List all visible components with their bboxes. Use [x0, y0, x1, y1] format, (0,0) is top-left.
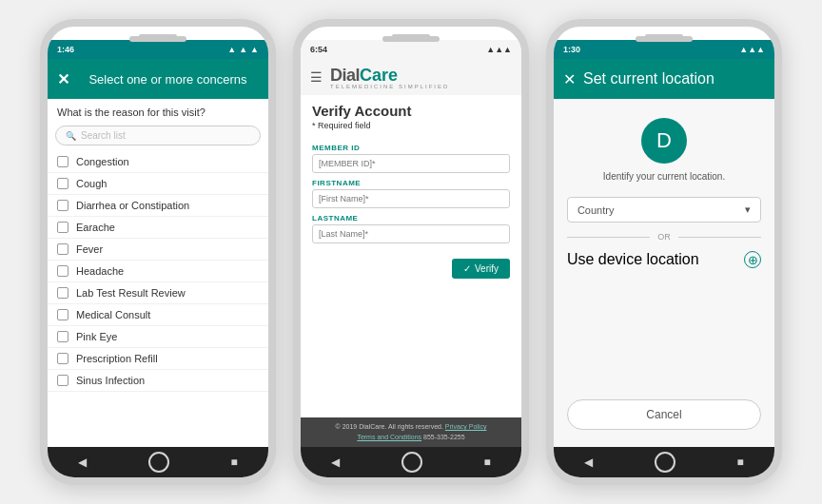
concern-label: Pink Eye — [76, 331, 117, 342]
avatar-letter: D — [656, 128, 672, 153]
concern-label: Medical Consult — [76, 309, 150, 320]
concern-item[interactable]: Cough — [48, 173, 268, 195]
concern-item[interactable]: Sinus Infection — [48, 370, 268, 392]
input-lastname[interactable] — [312, 224, 510, 243]
dialcare-body: Verify Account * Required field MEMBER I… — [301, 95, 521, 417]
checkbox[interactable] — [57, 287, 68, 299]
close-icon-3[interactable]: ✕ — [563, 70, 576, 88]
checkbox[interactable] — [57, 178, 68, 189]
status-time-3: 1:30 — [563, 45, 580, 54]
checkbox[interactable] — [57, 243, 68, 255]
concern-item[interactable]: Earache — [48, 217, 268, 239]
footer-links: Terms and Conditions 855-335-2255 — [308, 433, 514, 443]
concern-label: Headache — [76, 265, 124, 277]
checkbox[interactable] — [57, 222, 68, 233]
field-label-member-id: MEMBER ID — [312, 144, 510, 152]
concern-item[interactable]: Medical Consult — [48, 304, 268, 326]
field-label-lastname: LASTNAME — [312, 214, 510, 223]
checkbox[interactable] — [57, 331, 68, 342]
recent-button-1[interactable]: ■ — [230, 456, 237, 469]
status-time-1: 1:46 — [57, 45, 74, 54]
verify-button[interactable]: ✓ Verify — [452, 259, 510, 279]
country-select[interactable]: Country ▾ — [567, 197, 761, 223]
country-label: Country — [577, 204, 615, 216]
or-divider: OR — [567, 232, 761, 242]
search-bar[interactable]: 🔍 Search list — [55, 126, 261, 145]
concern-list: CongestionCoughDiarrhea or ConstipationE… — [48, 149, 268, 447]
checkbox[interactable] — [57, 375, 68, 386]
input-firstname[interactable] — [312, 189, 510, 208]
concern-label: Diarrhea or Constipation — [76, 200, 189, 211]
concern-item[interactable]: Diarrhea or Constipation — [48, 195, 268, 217]
back-button-1[interactable]: ◀ — [78, 456, 87, 469]
hamburger-icon[interactable]: ☰ — [310, 69, 323, 85]
device-location-row: Use device location ⊕ — [567, 251, 761, 268]
checkbox[interactable] — [57, 265, 68, 277]
cancel-label: Cancel — [646, 408, 681, 421]
concern-item[interactable]: Fever — [48, 239, 268, 261]
status-bar-1: 1:46 ▲ ▲ ▲ — [48, 40, 268, 59]
nav-title-1: Select one or more concerns — [77, 72, 259, 87]
concern-item[interactable]: Pink Eye — [48, 326, 268, 348]
location-body: D Identify your current location. Countr… — [554, 99, 774, 447]
footer-copy: © 2019 DialCare. All rights reserved. Pr… — [308, 422, 514, 433]
concern-label: Lab Test Result Review — [76, 287, 186, 299]
recent-button-2[interactable]: ■ — [483, 456, 490, 469]
status-time-2: 6:54 — [310, 45, 327, 54]
concern-item[interactable]: Lab Test Result Review — [48, 282, 268, 304]
or-line-left — [567, 237, 650, 238]
footer-link-terms[interactable]: Terms and Conditions — [357, 434, 421, 440]
logo-dial: Dial — [330, 66, 360, 85]
device-location-label: Use device location — [567, 251, 699, 268]
concern-label: Earache — [76, 222, 115, 233]
footer-link-privacy[interactable]: Privacy Policy — [445, 423, 487, 430]
or-line-right — [678, 237, 761, 238]
home-button-3[interactable] — [655, 452, 675, 473]
input-member-id[interactable] — [312, 154, 510, 173]
concern-label: Sinus Infection — [76, 375, 145, 386]
avatar: D — [641, 118, 687, 164]
phone-1: 1:46 ▲ ▲ ▲ ✕ Select one or more concerns… — [40, 19, 276, 485]
checkbox[interactable] — [57, 353, 68, 364]
field-firstname: FIRSTNAME — [312, 173, 510, 208]
bottom-nav-2: ◀ ■ — [301, 447, 521, 477]
recent-button-3[interactable]: ■ — [736, 456, 743, 469]
phone-2: 6:54 ▲▲▲ ☰ DialCare TELEMEDICINE SIMPLIF… — [293, 19, 529, 485]
logo-care: Care — [360, 66, 398, 85]
status-icons-3: ▲▲▲ — [739, 45, 765, 54]
bottom-nav-3: ◀ ■ — [554, 447, 774, 477]
verify-label: Verify — [475, 263, 499, 274]
search-placeholder: Search list — [81, 130, 126, 141]
status-bar-2: 6:54 ▲▲▲ — [301, 40, 521, 59]
back-button-2[interactable]: ◀ — [331, 456, 340, 469]
checkbox[interactable] — [57, 200, 68, 211]
concern-question: What is the reason for this visit? — [48, 99, 268, 122]
status-bar-3: 1:30 ▲▲▲ — [554, 40, 774, 59]
search-icon: 🔍 — [66, 131, 76, 141]
dialcare-logo: DialCare TELEMEDICINE SIMPLIFIED — [330, 66, 449, 89]
field-label-firstname: FIRSTNAME — [312, 179, 510, 187]
home-button-2[interactable] — [401, 452, 422, 473]
concern-item[interactable]: Congestion — [48, 151, 268, 173]
phone-3: 1:30 ▲▲▲ ✕ Set current location D Identi… — [546, 19, 782, 485]
back-button-3[interactable]: ◀ — [584, 456, 593, 469]
home-button-1[interactable] — [148, 452, 169, 473]
verify-title: Verify Account — [312, 103, 510, 119]
bottom-nav-1: ◀ ■ — [48, 447, 268, 477]
concern-label: Fever — [76, 243, 103, 255]
concern-item[interactable]: Prescription Refill — [48, 348, 268, 370]
chevron-down-icon: ▾ — [745, 204, 751, 216]
field-member-id: MEMBER ID — [312, 138, 510, 173]
cancel-button[interactable]: Cancel — [567, 399, 761, 430]
location-nav: ✕ Set current location — [554, 59, 774, 99]
screen-1: What is the reason for this visit? 🔍 Sea… — [48, 99, 268, 447]
dialcare-header: ☰ DialCare TELEMEDICINE SIMPLIFIED — [301, 59, 521, 95]
nav-bar-1: ✕ Select one or more concerns — [48, 59, 268, 99]
checkbox[interactable] — [57, 156, 68, 167]
concern-item[interactable]: Headache — [48, 261, 268, 282]
add-location-icon[interactable]: ⊕ — [744, 251, 761, 268]
or-text: OR — [657, 232, 671, 242]
close-icon-1[interactable]: ✕ — [57, 70, 69, 88]
checkbox[interactable] — [57, 309, 68, 320]
status-icons-2: ▲▲▲ — [486, 45, 512, 54]
